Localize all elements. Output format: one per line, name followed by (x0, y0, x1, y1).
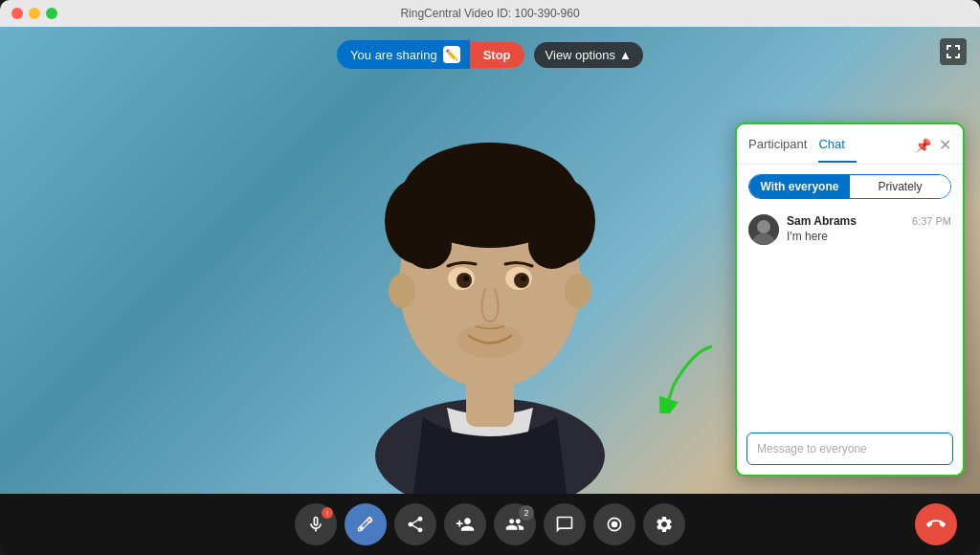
end-call-icon (926, 515, 946, 534)
app-window: RingCentral Video ID: 100-390-960 (0, 0, 980, 555)
chat-button[interactable] (544, 503, 586, 545)
title-bar: RingCentral Video ID: 100-390-960 (0, 0, 980, 27)
participants-button[interactable]: 2 (494, 503, 536, 545)
view-options-label: View options (546, 48, 615, 62)
view-options-button[interactable]: View options ▲ (534, 42, 643, 68)
mic-badge: ! (322, 507, 333, 519)
tab-participant[interactable]: Participant (748, 137, 818, 163)
sharing-bar: You are sharing ✏️ Stop View options ▲ (337, 40, 643, 69)
settings-button[interactable] (643, 503, 685, 545)
close-icon[interactable]: ✕ (939, 136, 951, 154)
participants-badge: 2 (519, 505, 534, 521)
message-sender: Sam Abrams (787, 214, 857, 228)
share-button[interactable] (394, 503, 436, 545)
svg-point-17 (389, 274, 415, 308)
chat-header: Participant Chat 📌 ✕ (737, 124, 963, 165)
message-input[interactable] (746, 433, 953, 465)
svg-point-18 (565, 274, 591, 308)
avatar-image (748, 214, 779, 245)
annotation-button[interactable] (345, 503, 387, 545)
close-button[interactable] (11, 8, 23, 19)
messages-area: Sam Abrams 6:37 PM I'm here (737, 207, 963, 425)
expand-button[interactable] (940, 38, 967, 65)
main-area: You are sharing ✏️ Stop View options ▲ P… (0, 27, 980, 494)
audience-toggle: With everyone Privately (748, 174, 951, 199)
top-bar-overlay: You are sharing ✏️ Stop View options ▲ (0, 40, 980, 69)
everyone-button[interactable]: With everyone (749, 175, 850, 198)
svg-point-25 (612, 522, 618, 528)
green-arrow (645, 337, 722, 417)
record-icon (605, 515, 624, 534)
mic-icon (306, 515, 325, 534)
message-content: Sam Abrams 6:37 PM I'm here (787, 214, 951, 245)
chat-panel: Participant Chat 📌 ✕ With everyone Priva… (735, 122, 965, 477)
chat-icon (555, 515, 574, 534)
pin-icon[interactable]: 📌 (915, 138, 931, 153)
minimize-button[interactable] (29, 8, 40, 19)
end-call-button[interactable] (915, 503, 957, 545)
annotation-icon (356, 515, 375, 534)
mic-button[interactable]: ! (295, 503, 337, 545)
bottom-toolbar: ! 2 (0, 494, 980, 555)
message-time: 6:37 PM (912, 215, 951, 227)
traffic-lights (11, 8, 57, 19)
person-svg (260, 54, 720, 494)
share-icon (406, 515, 425, 534)
chat-header-icons: 📌 ✕ (915, 136, 951, 164)
message-text: I'm here (787, 230, 951, 243)
message-item: Sam Abrams 6:37 PM I'm here (748, 214, 951, 245)
avatar (748, 214, 779, 245)
fullscreen-button[interactable] (46, 8, 57, 19)
sharing-text: You are sharing (350, 48, 437, 62)
add-user-icon (456, 515, 475, 534)
svg-point-8 (404, 221, 452, 269)
window-title: RingCentral Video ID: 100-390-960 (400, 7, 579, 20)
message-input-area (737, 425, 963, 475)
privately-button[interactable]: Privately (850, 175, 950, 198)
expand-icon (946, 44, 961, 59)
tab-chat[interactable]: Chat (818, 137, 856, 163)
edit-icon: ✏️ (443, 46, 460, 63)
svg-point-20 (757, 220, 770, 233)
add-user-button[interactable] (444, 503, 486, 545)
record-button[interactable] (593, 503, 635, 545)
arrow-svg (645, 337, 722, 413)
stop-button[interactable]: Stop (470, 42, 524, 68)
chevron-up-icon: ▲ (619, 48, 632, 62)
svg-point-15 (521, 276, 526, 281)
svg-point-14 (463, 276, 469, 281)
message-meta: Sam Abrams 6:37 PM (787, 214, 951, 228)
settings-icon (655, 515, 674, 534)
sharing-label: You are sharing ✏️ (337, 40, 470, 69)
svg-point-9 (528, 221, 576, 269)
